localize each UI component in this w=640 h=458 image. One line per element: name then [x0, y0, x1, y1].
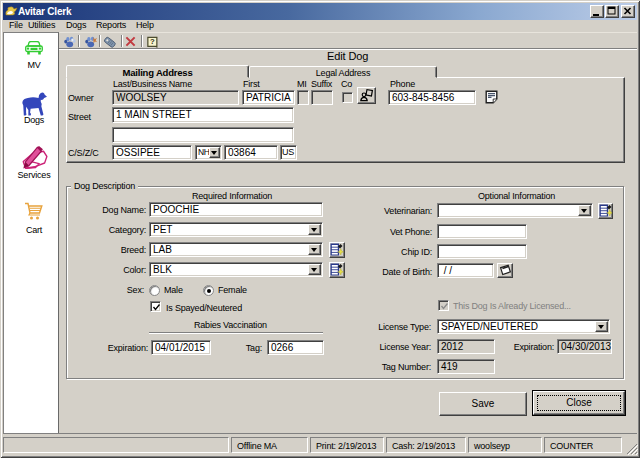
svg-text:?: ?: [150, 37, 155, 46]
